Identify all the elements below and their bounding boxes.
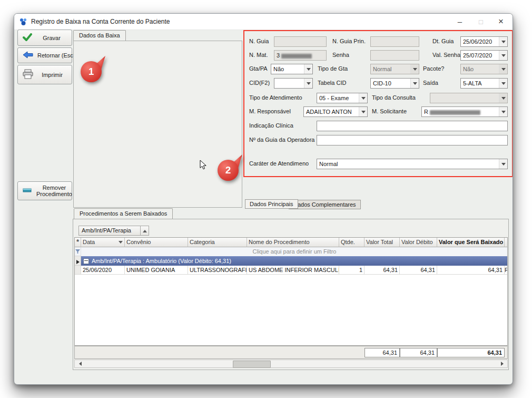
carater-atendimento-label: Caráter de Atendimeno bbox=[249, 160, 309, 167]
senha-label: Senha bbox=[332, 52, 349, 59]
saida-dropdown-icon[interactable] bbox=[499, 79, 507, 88]
pacote-dropdown-icon bbox=[499, 64, 507, 74]
asterisk-icon bbox=[76, 238, 79, 247]
gravar-button[interactable]: Gravar bbox=[17, 30, 72, 46]
carater-atendimento-dropdown-icon[interactable] bbox=[499, 159, 507, 169]
tab-dados-complementares[interactable]: Dados Complementares bbox=[289, 200, 361, 209]
imprimir-button[interactable]: Imprimir bbox=[17, 65, 72, 84]
tipo-consulta-value bbox=[430, 93, 499, 103]
n-guia-prin-label: N. Guia Prin. bbox=[332, 38, 366, 45]
dialog-window: Registro de Baixa na Conta Corrente do P… bbox=[14, 13, 513, 385]
column-header-data[interactable]: Data bbox=[81, 238, 125, 247]
group-by-label: Amb/Int/PA/Terapia bbox=[79, 226, 140, 235]
column-header-qtde-label: Qtde. bbox=[341, 238, 355, 247]
collapse-icon[interactable] bbox=[83, 258, 89, 264]
annotation-balloon-1: 1 bbox=[78, 55, 106, 83]
tabela-cid-combo[interactable]: CID-10 bbox=[370, 78, 419, 89]
gta-pa-combo[interactable]: Não bbox=[271, 64, 313, 74]
cell-data[interactable]: 25/06/2020 bbox=[81, 266, 125, 275]
tipo-atendimento-label: Tipo de Atendimento bbox=[249, 94, 302, 101]
row-indicator-header-cell bbox=[75, 238, 81, 247]
dt-guia-dropdown-icon[interactable] bbox=[499, 37, 507, 46]
val-senha-dropdown-icon[interactable] bbox=[499, 51, 507, 60]
cid-dropdown-icon[interactable] bbox=[304, 79, 312, 88]
tab-dados-da-baixa[interactable]: Dados da Baixa bbox=[73, 30, 126, 41]
saida-value: 5-ALTA bbox=[461, 79, 499, 88]
group-row-bar[interactable]: Amb/Int/PA/Terapia : Ambulatório (Valor … bbox=[81, 256, 508, 266]
m-solicitante-combo[interactable]: R bbox=[421, 106, 508, 117]
m-solicitante-label: M. Solicitante bbox=[372, 108, 407, 115]
cell-valor-debito[interactable]: 64,31 bbox=[400, 266, 437, 275]
n-mat-label: N. Mat. bbox=[249, 52, 268, 59]
column-header-nome[interactable]: Nome do Procedimento bbox=[247, 238, 339, 247]
tipo-atendimento-combo[interactable]: 05 - Exame bbox=[317, 93, 368, 103]
m-responsavel-value: ADAILTO ANTON bbox=[304, 107, 359, 117]
dt-guia-combo[interactable]: 25/06/2020 bbox=[460, 36, 508, 47]
guia-operadora-input[interactable] bbox=[317, 135, 508, 145]
tab-dados-principais[interactable]: Dados Principais bbox=[245, 199, 298, 209]
m-responsavel-combo[interactable]: ADAILTO ANTON bbox=[303, 106, 368, 117]
group-by-button[interactable]: Amb/Int/PA/Terapia bbox=[78, 226, 149, 236]
cell-partial[interactable]: F bbox=[505, 266, 508, 275]
scroll-left-icon[interactable] bbox=[75, 360, 83, 367]
column-header-categoria[interactable]: Categoria bbox=[188, 238, 247, 247]
tabela-cid-label: Tabela CID bbox=[318, 80, 346, 86]
maximize-button[interactable] bbox=[472, 15, 489, 28]
row-focus-icon bbox=[76, 260, 81, 264]
carater-atendimento-combo[interactable]: Normal bbox=[317, 159, 508, 169]
gta-pa-label: Gta/PA bbox=[249, 65, 268, 72]
check-icon bbox=[23, 33, 32, 43]
remover-procedimento-button[interactable]: Remover Procedimento bbox=[17, 181, 72, 200]
cell-convenio[interactable]: UNIMED GOIANIA bbox=[125, 266, 188, 275]
total-valor-baixado: 64,31 bbox=[437, 348, 505, 357]
tabela-cid-value: CID-10 bbox=[371, 79, 410, 88]
saida-combo[interactable]: 5-ALTA bbox=[460, 78, 508, 89]
column-header-valor-debito[interactable]: Valor Débito bbox=[400, 238, 437, 247]
remover-icon bbox=[23, 187, 32, 195]
grid-filter-row[interactable]: Clique aqui para definir um Filtro bbox=[75, 247, 508, 257]
tab-dados-da-baixa-label: Dados da Baixa bbox=[79, 32, 120, 38]
cell-qtde[interactable]: 1 bbox=[339, 266, 364, 275]
cid-combo[interactable] bbox=[274, 78, 313, 89]
group-row-indicator-cell bbox=[75, 256, 81, 266]
annotation-balloon-2: 2 bbox=[215, 154, 243, 181]
total-valor-debito: 64,31 bbox=[400, 348, 437, 357]
cell-valor-baixado[interactable]: 64,31 bbox=[437, 266, 505, 275]
column-header-valor-total[interactable]: Valor Total bbox=[364, 238, 400, 247]
scroll-right-icon[interactable] bbox=[499, 360, 507, 367]
tab-procedimentos[interactable]: Procedimentos a Serem Baixados bbox=[74, 208, 173, 219]
gta-pa-dropdown-icon[interactable] bbox=[304, 64, 312, 74]
retornar-button[interactable]: Retornar (Esc) bbox=[17, 47, 72, 63]
column-header-convenio[interactable]: Convênio bbox=[125, 238, 188, 247]
tipo-atendimento-dropdown-icon[interactable] bbox=[359, 93, 367, 103]
filter-icon-cell bbox=[75, 247, 81, 256]
grid-summary-band: 64,31 64,31 64,31 bbox=[74, 346, 508, 359]
indicacao-clinica-input[interactable] bbox=[317, 121, 508, 131]
column-header-valor-baixado[interactable]: Valor que Será Baixado bbox=[437, 238, 505, 247]
scrollbar-thumb[interactable] bbox=[233, 361, 271, 368]
filter-hint[interactable]: Clique aqui para definir um Filtro bbox=[81, 247, 508, 257]
cell-categoria[interactable]: ULTRASSONOGRAFI bbox=[188, 266, 247, 275]
sort-asc-icon[interactable] bbox=[140, 226, 149, 235]
close-button[interactable] bbox=[492, 15, 509, 28]
minimize-button[interactable] bbox=[451, 15, 468, 28]
horizontal-scrollbar[interactable] bbox=[74, 360, 508, 368]
cid-label: CID(F2) bbox=[249, 80, 270, 86]
titlebar: Registro de Baixa na Conta Corrente do P… bbox=[14, 14, 513, 30]
m-responsavel-dropdown-icon[interactable] bbox=[359, 107, 367, 117]
cell-valor-total[interactable]: 64,31 bbox=[364, 266, 400, 275]
column-header-valor-total-label: Valor Total bbox=[366, 238, 393, 247]
m-solicitante-dropdown-icon[interactable] bbox=[499, 107, 507, 117]
cell-nome[interactable]: US ABDOME INFERIOR MASCULINO bbox=[247, 266, 339, 275]
tipo-gta-label: Tipo de Gta bbox=[318, 65, 348, 72]
grid-group-row[interactable]: Amb/Int/PA/Terapia : Ambulatório (Valor … bbox=[75, 256, 508, 266]
sort-desc-icon bbox=[119, 241, 123, 246]
pacote-combo: Não bbox=[460, 64, 508, 74]
total-valor-total: 64,31 bbox=[364, 348, 400, 357]
column-header-qtde[interactable]: Qtde. bbox=[339, 238, 364, 247]
grid-data-row[interactable]: 25/06/2020 UNIMED GOIANIA ULTRASSONOGRAF… bbox=[75, 266, 508, 275]
tabela-cid-dropdown-icon[interactable] bbox=[410, 79, 419, 88]
app-icon bbox=[19, 17, 27, 26]
dt-guia-value: 25/06/2020 bbox=[461, 37, 499, 46]
val-senha-combo[interactable]: 25/07/2020 bbox=[460, 50, 508, 61]
